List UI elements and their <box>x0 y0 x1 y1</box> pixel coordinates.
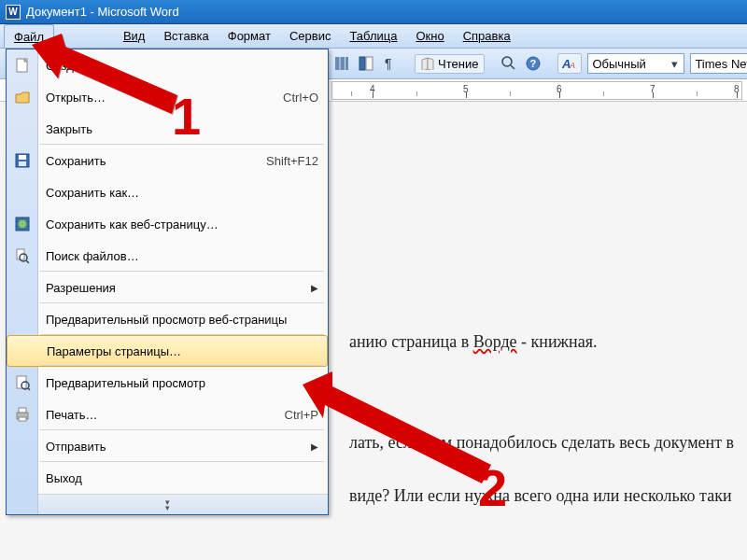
file-menu-web-preview[interactable]: Предварительный просмотр веб-страницы <box>7 303 328 335</box>
print-preview-icon <box>12 372 33 393</box>
chevron-down-icon: ▾ <box>667 57 682 71</box>
file-menu-save-as-web[interactable]: Сохранить как веб-страницу… <box>7 208 328 240</box>
svg-rect-2 <box>345 57 348 70</box>
title-bar: W Документ1 - Microsoft Word <box>0 0 747 24</box>
open-folder-icon <box>12 87 33 107</box>
svg-rect-25 <box>19 408 26 413</box>
file-menu-expand[interactable]: ▾▾ <box>7 494 328 514</box>
help-icon: ? <box>525 55 542 72</box>
svg-line-23 <box>28 388 30 390</box>
print-icon <box>12 404 33 425</box>
svg-rect-26 <box>19 417 26 421</box>
menu-file[interactable]: Файл <box>4 24 54 48</box>
file-menu-close[interactable]: Закрыть <box>7 113 328 145</box>
ruler-tick: 8 <box>734 84 740 94</box>
font-combo[interactable]: Times New R <box>690 53 747 74</box>
style-aa-icon: AA <box>562 56 577 71</box>
menu-view[interactable]: Вид <box>114 24 155 48</box>
window-title: Документ1 - Microsoft Word <box>26 5 179 19</box>
columns-icon <box>333 55 350 72</box>
ruler-tick: 6 <box>557 84 562 94</box>
reading-layout-button[interactable]: Чтение <box>415 54 485 74</box>
ruler-tick: 4 <box>370 84 375 94</box>
font-combo-value: Times New R <box>695 57 747 71</box>
zoom-dropdown[interactable] <box>500 52 518 75</box>
menu-table[interactable]: Таблица <box>340 24 406 48</box>
svg-text:?: ? <box>530 58 537 69</box>
file-menu-save[interactable]: Сохранить Shift+F12 <box>7 145 328 176</box>
file-menu-send[interactable]: Отправить ▶ <box>7 430 328 462</box>
style-combo-value: Обычный <box>592 57 667 71</box>
file-menu-print-preview[interactable]: Предварительный просмотр <box>7 367 328 399</box>
styles-button[interactable]: AA <box>557 53 582 74</box>
svg-rect-14 <box>19 155 26 160</box>
help-button[interactable]: ? <box>524 52 543 75</box>
reading-label: Чтение <box>438 57 478 71</box>
horizontal-ruler[interactable]: 4 5 6 7 8 <box>331 81 742 100</box>
svg-point-6 <box>502 57 512 66</box>
file-menu-new[interactable]: Создать… <box>7 49 328 81</box>
ruler-tick: 5 <box>463 84 469 94</box>
svg-line-20 <box>26 260 29 263</box>
file-menu-save-as[interactable]: Сохранить как… <box>7 176 328 208</box>
svg-rect-15 <box>19 161 26 166</box>
svg-text:A: A <box>569 61 575 70</box>
save-icon <box>12 150 33 171</box>
menu-help[interactable]: Справка <box>454 24 520 48</box>
save-web-icon <box>12 214 33 234</box>
svg-text:¶: ¶ <box>385 56 392 71</box>
ruler-tick: 7 <box>650 84 655 94</box>
word-app-icon: W <box>6 5 21 20</box>
menu-format[interactable]: Формат <box>218 24 280 48</box>
annotation-step-1: 1 <box>172 86 201 147</box>
menu-window[interactable]: Окно <box>406 24 453 48</box>
book-icon <box>421 57 434 70</box>
paragraph-marks-button[interactable]: ¶ <box>381 52 400 75</box>
columns-button[interactable] <box>332 52 351 75</box>
svg-line-7 <box>511 65 514 69</box>
svg-point-17 <box>18 219 27 229</box>
file-menu-page-setup[interactable]: Параметры страницы… <box>7 335 328 367</box>
chevron-double-down-icon: ▾▾ <box>165 499 170 511</box>
menu-bar: Файл Правка Вид Вставка Формат Сервис Та… <box>0 24 747 49</box>
file-menu-permissions[interactable]: Разрешения ▶ <box>7 272 328 303</box>
file-menu-open[interactable]: Открыть… Ctrl+O <box>7 81 328 113</box>
file-menu-dropdown: Создать… Открыть… Ctrl+O Закрыть Сохрани… <box>6 49 329 515</box>
svg-rect-1 <box>341 57 345 70</box>
document-text: анию страница в Ворде - книжная. <box>332 302 747 382</box>
magnifier-icon <box>500 55 517 72</box>
document-body[interactable]: анию страница в Ворде - книжная. лать, е… <box>332 125 747 560</box>
docmap-icon <box>358 55 374 72</box>
annotation-step-2: 2 <box>478 457 507 518</box>
menu-tools[interactable]: Сервис <box>280 24 341 48</box>
file-menu-exit[interactable]: Выход <box>7 462 328 494</box>
svg-rect-0 <box>335 57 340 70</box>
menu-edit[interactable]: Правка <box>54 24 114 48</box>
pilcrow-icon: ¶ <box>382 55 399 72</box>
style-combo[interactable]: Обычный ▾ <box>587 53 684 74</box>
menu-insert[interactable]: Вставка <box>154 24 218 48</box>
file-menu-file-search[interactable]: Поиск файлов… <box>7 240 328 272</box>
document-map-button[interactable] <box>357 52 375 75</box>
submenu-arrow-icon: ▶ <box>311 441 318 452</box>
svg-rect-3 <box>359 57 365 70</box>
file-search-icon <box>12 245 33 266</box>
document-text: лать, если нам понадобилось сделать весь… <box>332 402 747 535</box>
svg-rect-4 <box>366 57 373 70</box>
new-doc-icon <box>12 55 33 76</box>
submenu-arrow-icon: ▶ <box>311 283 318 293</box>
file-menu-print[interactable]: Печать… Ctrl+P <box>7 399 328 430</box>
